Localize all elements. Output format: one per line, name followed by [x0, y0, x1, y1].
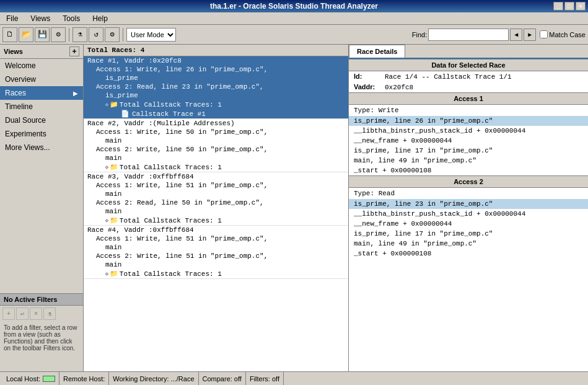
statusbar: Local Host: Remote Host: Working Directo…: [0, 371, 588, 385]
filter-edit-button[interactable]: ⚗: [43, 308, 56, 320]
tool4-button[interactable]: ⚙: [51, 27, 66, 42]
folder-icon: 📁: [110, 100, 118, 108]
match-case-label[interactable]: Match Case: [540, 30, 586, 38]
access2-type-value: Read: [379, 190, 395, 197]
sidebar-item-timeline[interactable]: Timeline: [0, 100, 83, 113]
menu-file[interactable]: File: [2, 14, 22, 24]
data-for-selected-race-header: Data for Selected Race: [349, 59, 588, 71]
filters-header: No Active Filters: [0, 294, 83, 306]
find-label: Find:: [412, 31, 427, 38]
races-content[interactable]: Race #1, Vaddr :0x20fc8 Access 1: Write,…: [84, 56, 348, 371]
race-4-access2-line2: main: [84, 260, 348, 269]
access2-line-3: is_prime, line 17 in "prime_omp.c": [349, 229, 588, 239]
race-details-tab-button[interactable]: Race Details: [349, 45, 405, 58]
find-next-button[interactable]: ▶: [524, 29, 536, 41]
access1-type-row: Type: Write: [349, 105, 588, 116]
race-3-access1-line2: main: [84, 190, 348, 198]
sidebar-item-overview[interactable]: Overview: [0, 73, 83, 86]
sidebar: Views + Welcome Overview Races ▶ Timelin…: [0, 45, 84, 371]
race-1-group[interactable]: Race #1, Vaddr :0x20fc8 Access 1: Write,…: [84, 56, 348, 119]
race-3-group[interactable]: Race #3, Vaddr :0xffbff684 Access 1: Wri…: [84, 172, 348, 226]
race-3-title[interactable]: Race #3, Vaddr :0xffbff684: [84, 172, 348, 181]
race-4-callstack-row[interactable]: ◇ 📁 Total Callstack Traces: 1: [84, 269, 348, 278]
callstack-trace-1[interactable]: 📄 Callstack Trace #1: [84, 109, 348, 118]
race-2-callstack-row[interactable]: ◇ 📁 Total Callstack Traces: 1: [84, 162, 348, 172]
access1-line-4: main, line 49 in "prime_omp.c": [349, 156, 588, 166]
find-input[interactable]: [428, 29, 509, 41]
menubar: File Views Tools Help: [0, 12, 588, 25]
race-id-label: Id:: [354, 73, 385, 80]
race-2-title[interactable]: Race #2, Vaddr :(Multiple Addresses): [84, 119, 348, 128]
race-details-tab-bar: Race Details: [349, 45, 588, 59]
access1-header: Access 1: [349, 92, 588, 105]
local-host-label: Local Host:: [6, 375, 40, 383]
menu-help[interactable]: Help: [89, 14, 112, 24]
access2-line-2: __new_frame + 0x00000044: [349, 219, 588, 229]
minimize-button[interactable]: _: [553, 2, 563, 11]
compare-item: Compare: off: [199, 372, 246, 385]
access2-line-0[interactable]: is_prime, line 23 in "prime_omp.c": [349, 199, 588, 209]
access1-line-0[interactable]: is_prime, line 26 in "prime_omp.c": [349, 116, 588, 126]
race-1-callstack-row[interactable]: ◇ 📁 Total Callstack Traces: 1: [84, 100, 348, 109]
find-prev-button[interactable]: ◀: [510, 29, 522, 41]
tree-diamond-icon: ◇: [105, 102, 108, 107]
filters-toolbar: + ↩ × ⚗: [0, 306, 83, 322]
filters-status-label: Filters: off: [250, 375, 279, 383]
filters-status-item: Filters: off: [246, 372, 284, 385]
mode-select[interactable]: User Mode: [126, 28, 176, 42]
filter-back-button[interactable]: ↩: [16, 308, 29, 320]
access1-type-value: Write: [379, 107, 399, 114]
access1-line-3: is_prime, line 17 in "prime_omp.c": [349, 146, 588, 156]
race-2-group[interactable]: Race #2, Vaddr :(Multiple Addresses) Acc…: [84, 119, 348, 172]
save-button[interactable]: 💾: [35, 27, 50, 42]
tree-diamond-icon4: ◇: [105, 271, 108, 277]
race-4-callstack-label: Total Callstack Traces: 1: [120, 270, 222, 278]
remote-host-label: Remote Host:: [63, 375, 105, 383]
access2-type-label: Type:: [354, 190, 374, 197]
sidebar-add-button[interactable]: +: [69, 46, 79, 56]
access1-line-2: __new_frame + 0x00000044: [349, 136, 588, 146]
sidebar-item-races[interactable]: Races ▶: [0, 86, 83, 100]
filters-section: No Active Filters + ↩ × ⚗ To add a filte…: [0, 293, 83, 371]
titlebar-controls: _ □ ×: [553, 2, 586, 11]
race-vaddr-label: Vaddr:: [354, 83, 385, 91]
race-4-access2-line1: Access 2: Write, line 51 in "prime_omp.c…: [84, 252, 348, 260]
race-3-callstack-row[interactable]: ◇ 📁 Total Callstack Traces: 1: [84, 216, 348, 225]
toolbar: 🗋 📂 💾 ⚙ ⚗ ↺ ⚙ User Mode Find: ◀ ▶ Match …: [0, 25, 588, 45]
race-1-title[interactable]: Race #1, Vaddr :0x20fc8: [84, 56, 348, 65]
access1-line-1: __libtha_binstr_push_stack_id + 0x000000…: [349, 126, 588, 136]
match-case-checkbox[interactable]: [540, 30, 548, 38]
title-text: tha.1.er - Oracle Solaris Studio Thread …: [210, 2, 378, 11]
new-button[interactable]: 🗋: [2, 27, 17, 42]
local-host-item: Local Host:: [2, 372, 59, 385]
filter-add-button[interactable]: +: [2, 308, 15, 320]
filter-button[interactable]: ⚗: [72, 27, 87, 42]
main-layout: Views + Welcome Overview Races ▶ Timelin…: [0, 45, 588, 371]
filter-remove-button[interactable]: ×: [30, 308, 42, 320]
callstack-icon: 📄: [121, 110, 129, 118]
access2-type-row: Type: Read: [349, 188, 588, 199]
reload-button[interactable]: ↺: [89, 27, 103, 42]
sidebar-item-dual-source[interactable]: Dual Source: [0, 113, 83, 127]
sidebar-item-more-views[interactable]: More Views...: [0, 141, 83, 154]
race-1-callstack-label: Total Callstack Traces: 1: [120, 101, 222, 108]
race-1-access1-line2: is_prime: [84, 74, 348, 82]
menu-tools[interactable]: Tools: [59, 14, 84, 24]
access2-line-1: __libtha_binstr_push_stack_id + 0x000000…: [349, 209, 588, 219]
sidebar-item-experiments[interactable]: Experiments: [0, 127, 83, 141]
race-vaddr-row: Vaddr: 0x20fc8: [349, 82, 588, 92]
settings-button[interactable]: ⚙: [105, 27, 120, 42]
maximize-button[interactable]: □: [564, 2, 574, 11]
race-1-access1-line1: Access 1: Write, line 26 in "prime_omp.c…: [84, 65, 348, 74]
race-id-value: Race 1/4 -- Callstack Trace 1/1: [385, 73, 512, 81]
close-button[interactable]: ×: [576, 2, 586, 11]
race-4-title[interactable]: Race #4, Vaddr :0xffbff684: [84, 226, 348, 234]
center-panel: Total Races: 4 Race #1, Vaddr :0x20fc8 A…: [84, 45, 349, 371]
menu-views[interactable]: Views: [27, 14, 54, 24]
open-button[interactable]: 📂: [19, 27, 33, 42]
races-arrow-icon: ▶: [73, 90, 78, 97]
races-header: Total Races: 4: [84, 45, 348, 56]
sidebar-item-welcome[interactable]: Welcome: [0, 59, 83, 73]
sidebar-title: Views: [4, 48, 23, 55]
race-4-group[interactable]: Race #4, Vaddr :0xffbff684 Access 1: Wri…: [84, 226, 348, 279]
